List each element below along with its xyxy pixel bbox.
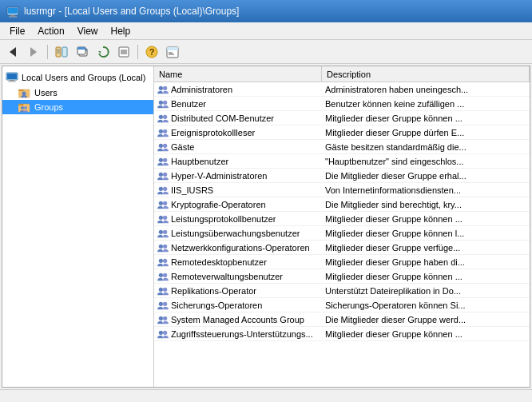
svg-rect-23 bbox=[167, 47, 178, 50]
table-row[interactable]: Zugriffssteuerungs-Unterstützungs...Mitg… bbox=[154, 327, 530, 341]
row-name: Leistungsüberwachungsbenutzer bbox=[171, 229, 300, 238]
row-description-cell: Unterstützt Dateireplikation in Do... bbox=[322, 286, 530, 296]
svg-point-52 bbox=[163, 186, 167, 190]
row-description-cell: Sicherungs-Operatoren können Si... bbox=[322, 301, 530, 310]
table-row[interactable]: LeistungsprotokollbenutzerMitglieder die… bbox=[154, 212, 530, 226]
toolbar-separator-1 bbox=[47, 45, 48, 59]
group-icon bbox=[157, 199, 169, 210]
svg-point-58 bbox=[163, 229, 167, 233]
row-description-cell: Administratoren haben uneingesch... bbox=[322, 85, 530, 94]
help-button[interactable]: ? bbox=[142, 42, 161, 62]
group-icon bbox=[157, 271, 169, 282]
column-header-description[interactable]: Description bbox=[322, 66, 530, 82]
table-row[interactable]: System Managed Accounts GroupDie Mitglie… bbox=[154, 312, 530, 327]
row-name-cell: IIS_IUSRS bbox=[154, 185, 322, 196]
sidebar-item-users[interactable]: Users bbox=[2, 86, 153, 100]
svg-point-37 bbox=[159, 86, 163, 90]
table-row[interactable]: Distributed COM-BenutzerMitglieder diese… bbox=[154, 111, 530, 125]
menu-file[interactable]: File bbox=[3, 24, 31, 38]
row-description-cell: Von Internetinformationsdiensten... bbox=[322, 185, 530, 195]
row-description-cell: Mitglieder dieser Gruppe können ... bbox=[322, 113, 530, 123]
table-row[interactable]: Hauptbenutzer"Hauptbenutzer" sind einges… bbox=[154, 154, 530, 169]
new-window-button[interactable] bbox=[73, 42, 92, 62]
menu-action[interactable]: Action bbox=[31, 24, 70, 38]
svg-rect-14 bbox=[77, 47, 85, 50]
table-row[interactable]: AdministratorenAdministratoren haben une… bbox=[154, 82, 530, 97]
menu-help[interactable]: Help bbox=[105, 24, 137, 38]
svg-point-41 bbox=[159, 114, 163, 118]
svg-point-63 bbox=[159, 273, 163, 277]
svg-point-40 bbox=[163, 100, 167, 104]
row-description-cell: Mitglieder dieser Gruppe dürfen E... bbox=[322, 128, 530, 137]
svg-rect-7 bbox=[62, 47, 67, 57]
table-row[interactable]: GästeGäste besitzen standardmäßig die... bbox=[154, 140, 530, 154]
table-row[interactable]: Hyper-V-AdministratorenDie Mitglieder di… bbox=[154, 169, 530, 183]
svg-point-60 bbox=[163, 244, 167, 248]
svg-point-39 bbox=[159, 100, 163, 104]
computer-icon bbox=[6, 71, 18, 84]
row-name-cell: Ereignisprotokollleser bbox=[154, 127, 322, 138]
svg-point-36 bbox=[24, 106, 27, 109]
sidebar-item-groups[interactable]: Groups bbox=[2, 100, 153, 114]
row-description-cell: Mitglieder dieser Gruppe haben di... bbox=[322, 257, 530, 267]
toolbar: ? bbox=[0, 40, 532, 64]
svg-point-55 bbox=[159, 215, 163, 219]
svg-rect-27 bbox=[7, 74, 17, 79]
title-text: lusrmgr - [Local Users and Groups (Local… bbox=[24, 6, 239, 17]
group-icon bbox=[157, 300, 169, 311]
svg-point-35 bbox=[21, 106, 24, 109]
toolbar-separator-2 bbox=[137, 45, 138, 59]
tree-root[interactable]: Local Users and Groups (Local) bbox=[2, 70, 153, 86]
row-name-cell: System Managed Accounts Group bbox=[154, 314, 322, 325]
group-icon bbox=[157, 285, 169, 297]
svg-point-45 bbox=[159, 143, 163, 147]
table-row[interactable]: IIS_IUSRSVon Internetinformationsdienste… bbox=[154, 183, 530, 197]
svg-text:?: ? bbox=[149, 47, 155, 57]
row-description-cell: Benutzer können keine zufälligen ... bbox=[322, 99, 530, 109]
properties-button[interactable] bbox=[163, 42, 182, 62]
row-name: Kryptografie-Operatoren bbox=[171, 200, 266, 209]
refresh-button[interactable] bbox=[93, 42, 113, 62]
row-description-cell: Gäste besitzen standardmäßig die... bbox=[322, 142, 530, 152]
svg-point-42 bbox=[163, 114, 167, 118]
menu-view[interactable]: View bbox=[71, 24, 105, 38]
row-name-cell: Gäste bbox=[154, 141, 322, 153]
list-view: Name Description AdministratorenAdminist… bbox=[154, 66, 530, 387]
svg-point-49 bbox=[159, 172, 163, 176]
export-button[interactable] bbox=[114, 42, 133, 62]
svg-marker-5 bbox=[30, 47, 37, 57]
table-row[interactable]: EreignisprotokollleserMitglieder dieser … bbox=[154, 125, 530, 140]
svg-point-70 bbox=[163, 316, 167, 320]
table-row[interactable]: RemotedesktopbenutzerMitglieder dieser G… bbox=[154, 255, 530, 269]
row-name-cell: Replikations-Operator bbox=[154, 285, 322, 297]
svg-point-59 bbox=[159, 244, 163, 248]
table-row[interactable]: RemoteverwaltungsbenutzerMitglieder dies… bbox=[154, 269, 530, 284]
group-icon bbox=[157, 98, 169, 109]
svg-rect-1 bbox=[8, 8, 18, 14]
row-name-cell: Remotedesktopbenutzer bbox=[154, 257, 322, 268]
row-name-cell: Zugriffssteuerungs-Unterstützungs... bbox=[154, 328, 322, 340]
svg-rect-28 bbox=[10, 80, 14, 82]
svg-point-64 bbox=[163, 273, 167, 277]
show-log-button[interactable] bbox=[52, 42, 71, 62]
table-row[interactable]: LeistungsüberwachungsbenutzerMitglieder … bbox=[154, 226, 530, 241]
row-name: Netzwerkkonfigurations-Operatoren bbox=[171, 243, 310, 253]
table-row[interactable]: Replikations-OperatorUnterstützt Dateire… bbox=[154, 284, 530, 298]
groups-folder-icon bbox=[18, 101, 31, 113]
table-row[interactable]: Netzwerkkonfigurations-OperatorenMitglie… bbox=[154, 241, 530, 255]
list-header: Name Description bbox=[154, 66, 530, 82]
svg-point-65 bbox=[159, 287, 163, 291]
main-container: Local Users and Groups (Local) Users bbox=[2, 66, 530, 388]
svg-point-46 bbox=[163, 143, 167, 147]
group-icon bbox=[157, 84, 169, 95]
table-row[interactable]: Kryptografie-OperatorenDie Mitglieder si… bbox=[154, 197, 530, 212]
group-icon bbox=[157, 156, 169, 167]
column-header-name[interactable]: Name bbox=[154, 66, 322, 82]
row-name-cell: Hauptbenutzer bbox=[154, 156, 322, 167]
forward-button[interactable] bbox=[24, 42, 43, 62]
table-row[interactable]: Sicherungs-OperatorenSicherungs-Operator… bbox=[154, 298, 530, 312]
tree-root-label: Local Users and Groups (Local) bbox=[22, 73, 145, 82]
users-folder-icon bbox=[18, 87, 31, 98]
table-row[interactable]: BenutzerBenutzer können keine zufälligen… bbox=[154, 97, 530, 111]
back-button[interactable] bbox=[3, 42, 22, 62]
